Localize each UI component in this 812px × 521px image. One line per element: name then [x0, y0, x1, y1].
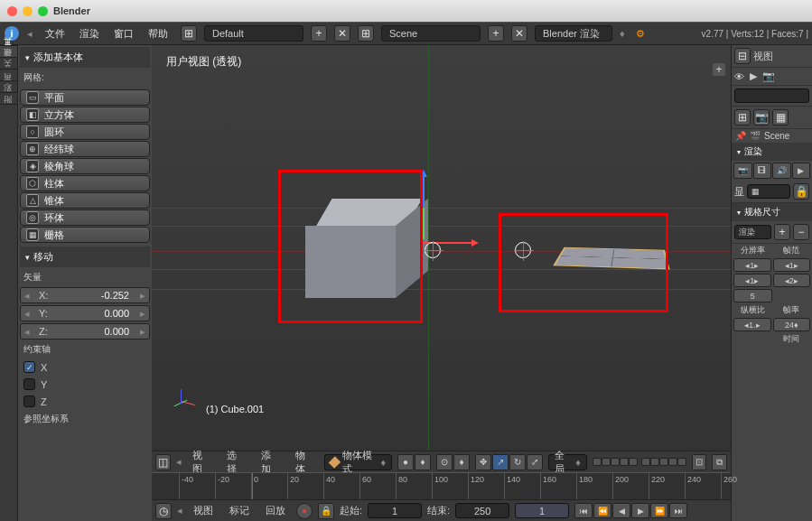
- mesh-circle-button[interactable]: ○圆环: [20, 124, 150, 140]
- res-y-field[interactable]: ◂ 1 ▸: [733, 274, 771, 287]
- frame-start-field[interactable]: ◂ 1 ▸: [773, 258, 811, 272]
- mesh-torus-button[interactable]: ◎环体: [20, 209, 150, 226]
- end-frame-field[interactable]: 250: [455, 503, 509, 518]
- preset-add-icon[interactable]: +: [774, 224, 790, 240]
- anim-button[interactable]: 🎞: [753, 163, 772, 179]
- scene-browse-icon[interactable]: ⊞: [358, 25, 374, 42]
- tab-relations[interactable]: 关: [0, 69, 17, 80]
- editor-type-icon[interactable]: i: [4, 25, 20, 42]
- vec-x-field[interactable]: ◂X:-0.252▸: [20, 287, 150, 303]
- constraint-x-checkbox[interactable]: ✓X: [20, 359, 150, 375]
- mode-dropdown[interactable]: 物体模式♦: [324, 454, 393, 470]
- gizmo-y-axis-icon[interactable]: [423, 208, 425, 239]
- next-key-icon[interactable]: ⏩: [650, 503, 668, 518]
- scene-remove-icon[interactable]: ✕: [511, 25, 527, 42]
- frame-end-field[interactable]: ◂ 2 ▸: [773, 274, 811, 287]
- constraint-z-checkbox[interactable]: Z: [20, 394, 150, 409]
- 3d-cursor-icon[interactable]: [425, 242, 441, 258]
- manipulator-translate-icon[interactable]: ↗: [492, 454, 509, 470]
- layout-remove-icon[interactable]: ✕: [334, 25, 350, 42]
- outliner-search[interactable]: [732, 86, 812, 107]
- manipulator-scale-icon[interactable]: ⤢: [527, 454, 543, 470]
- cursor-icon[interactable]: ▶: [750, 70, 757, 82]
- outliner-editor-icon[interactable]: ⊟: [734, 48, 751, 64]
- res-pct-field[interactable]: 5: [733, 289, 772, 302]
- manipulator-toggle-icon[interactable]: ✥: [475, 454, 491, 470]
- 3d-viewport[interactable]: 用户视图 (透视) + (1) Cube.001: [152, 45, 731, 451]
- jump-end-icon[interactable]: ⏭: [669, 503, 687, 518]
- pivot-icon[interactable]: ⊙: [436, 454, 453, 470]
- render-button[interactable]: 📷: [733, 163, 752, 179]
- render-context-icon[interactable]: 📷: [753, 109, 770, 126]
- eye-icon[interactable]: 👁: [734, 71, 744, 82]
- mesh-cube-button[interactable]: ◧立方体: [20, 107, 150, 123]
- timeline-ruler[interactable]: -40-200204060801001201401601802002202402…: [152, 472, 731, 499]
- start-frame-field[interactable]: 1: [368, 503, 422, 518]
- mesh-icosphere-button[interactable]: ◈棱角球: [20, 158, 150, 174]
- menu-help[interactable]: 帮助: [143, 24, 173, 43]
- menu-render[interactable]: 渲染: [74, 24, 105, 43]
- snap-icon[interactable]: ⧉: [712, 454, 727, 470]
- jump-start-icon[interactable]: ⏮: [574, 503, 593, 518]
- menu-file[interactable]: 文件: [40, 24, 70, 43]
- tab-physics[interactable]: 彩: [0, 92, 17, 104]
- lock-icon[interactable]: 🔒: [318, 503, 334, 519]
- menu-window[interactable]: 窗口: [108, 24, 139, 43]
- preset-dropdown[interactable]: 渲染: [734, 225, 771, 239]
- render-panel-header[interactable]: 渲染: [732, 143, 812, 161]
- constraint-y-checkbox[interactable]: Y: [20, 377, 150, 392]
- scene-node[interactable]: 📌 🎬 Scene: [732, 129, 812, 143]
- scene-field[interactable]: Scene: [381, 25, 481, 42]
- preset-remove-icon[interactable]: −: [793, 224, 809, 240]
- layers-context-icon[interactable]: ▦: [772, 109, 789, 126]
- editor-type-icon[interactable]: ◷: [155, 503, 172, 519]
- tab-animation[interactable]: 画: [0, 80, 17, 92]
- orientation-dropdown[interactable]: 全局♦: [548, 454, 587, 470]
- gizmo-z-axis-icon[interactable]: [423, 172, 425, 208]
- res-x-field[interactable]: ◂ 1 ▸: [733, 258, 771, 272]
- play-button[interactable]: ▶: [792, 163, 811, 179]
- dimensions-panel-header[interactable]: 规格尺寸: [732, 203, 812, 221]
- manipulator-rotate-icon[interactable]: ↻: [509, 454, 526, 470]
- menu-tl-marker[interactable]: 标记: [224, 502, 255, 519]
- scene-add-icon[interactable]: +: [488, 25, 504, 42]
- autokey-icon[interactable]: ●: [296, 503, 313, 519]
- properties-editor-icon[interactable]: ⊞: [734, 109, 751, 126]
- shading-solid-icon[interactable]: ●: [397, 454, 414, 470]
- operator-panel-header[interactable]: 移动: [20, 247, 150, 267]
- vec-z-field[interactable]: ◂Z:0.000▸: [20, 323, 150, 340]
- aspect-field[interactable]: ◂ 1. ▸: [733, 318, 771, 331]
- mesh-cylinder-button[interactable]: ⬡柱体: [20, 175, 150, 191]
- lock-ui-icon[interactable]: 🔒: [793, 183, 809, 200]
- pin-icon[interactable]: 📌: [735, 131, 746, 141]
- close-window-icon[interactable]: [7, 6, 17, 16]
- properties-toggle-icon[interactable]: +: [713, 63, 725, 76]
- mesh-plane-button[interactable]: ▭平面: [20, 89, 150, 106]
- play-icon[interactable]: ▶: [631, 503, 649, 518]
- editor-type-icon[interactable]: ◫: [155, 454, 171, 470]
- display-dropdown[interactable]: ▦: [747, 184, 790, 199]
- layout-field[interactable]: Default: [204, 25, 303, 42]
- shading-dropdown-icon[interactable]: ♦: [415, 454, 431, 470]
- tab-tools[interactable]: 工具: [0, 45, 17, 57]
- tab-grease[interactable]: 附: [0, 104, 17, 116]
- audio-button[interactable]: 🔊: [772, 163, 791, 179]
- mesh-grid-button[interactable]: ▦栅格: [20, 227, 150, 243]
- mesh-uvsphere-button[interactable]: ⊕经纬球: [20, 141, 150, 157]
- play-reverse-icon[interactable]: ◀: [612, 503, 630, 518]
- prev-key-icon[interactable]: ⏪: [593, 503, 611, 518]
- menu-tl-playback[interactable]: 回放: [260, 502, 291, 519]
- minimize-window-icon[interactable]: [23, 6, 33, 16]
- camera-icon[interactable]: 📷: [762, 70, 775, 82]
- current-frame-field[interactable]: 1: [515, 503, 569, 518]
- menu-tl-view[interactable]: 视图: [188, 502, 219, 519]
- vec-y-field[interactable]: ◂Y:0.000▸: [20, 305, 150, 321]
- tab-create[interactable]: 创建: [0, 57, 17, 69]
- layout-browse-icon[interactable]: ⊞: [181, 25, 197, 42]
- outliner-view-label[interactable]: 视图: [753, 50, 809, 63]
- mesh-cone-button[interactable]: △锥体: [20, 192, 150, 209]
- window-controls[interactable]: [7, 6, 48, 16]
- layout-add-icon[interactable]: +: [311, 25, 327, 42]
- maximize-window-icon[interactable]: [38, 6, 48, 16]
- pivot-dropdown-icon[interactable]: ♦: [453, 454, 470, 470]
